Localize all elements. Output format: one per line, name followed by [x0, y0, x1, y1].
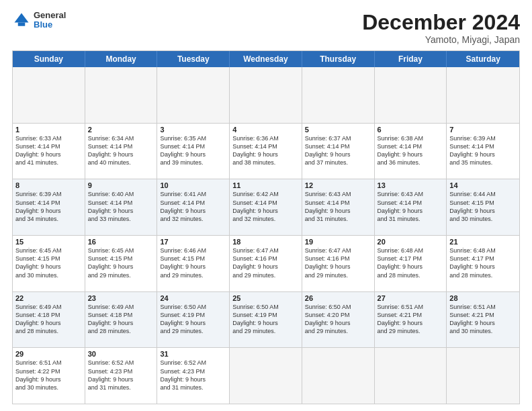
day-number: 29: [15, 350, 82, 358]
calendar-cell: 22Sunrise: 6:49 AMSunset: 4:18 PMDayligh…: [13, 292, 85, 348]
page-header: General Blue December 2024 Yamoto, Miyag…: [12, 11, 520, 45]
calendar-cell: 24Sunrise: 6:50 AMSunset: 4:19 PMDayligh…: [157, 292, 230, 348]
cell-info-line: Sunset: 4:15 PM: [15, 255, 82, 263]
cell-info-line: Daylight: 9 hours: [88, 263, 154, 271]
calendar-body: 1Sunrise: 6:33 AMSunset: 4:14 PMDaylight…: [13, 67, 519, 404]
calendar-cell: [375, 348, 447, 404]
day-number: 22: [15, 294, 82, 302]
cell-info-line: Sunrise: 6:52 AM: [88, 359, 154, 367]
cell-info-line: Sunset: 4:23 PM: [88, 367, 154, 375]
cell-info-line: Sunrise: 6:49 AM: [15, 303, 82, 311]
day-number: 7: [449, 126, 517, 134]
calendar-header: SundayMondayTuesdayWednesdayThursdayFrid…: [13, 51, 519, 67]
svg-marker-0: [15, 13, 29, 23]
cell-info-line: and 29 minutes.: [232, 271, 299, 279]
cell-info-line: Daylight: 9 hours: [15, 263, 82, 271]
cell-info-line: and 40 minutes.: [88, 158, 154, 167]
cell-info-line: Daylight: 9 hours: [449, 150, 517, 158]
calendar-week-0: [13, 67, 519, 124]
calendar-cell: 27Sunrise: 6:51 AMSunset: 4:21 PMDayligh…: [375, 292, 447, 348]
calendar-cell: 8Sunrise: 6:39 AMSunset: 4:14 PMDaylight…: [13, 179, 85, 235]
cell-info-line: and 31 minutes.: [378, 215, 444, 223]
calendar-cell: 25Sunrise: 6:50 AMSunset: 4:19 PMDayligh…: [230, 292, 302, 348]
cell-info-line: Sunrise: 6:35 AM: [160, 134, 226, 142]
day-number: 14: [449, 181, 517, 189]
cell-info-line: Sunset: 4:17 PM: [449, 255, 517, 263]
calendar-cell: 2Sunrise: 6:34 AMSunset: 4:14 PMDaylight…: [85, 124, 158, 179]
calendar-page: General Blue December 2024 Yamoto, Miyag…: [0, 0, 532, 411]
calendar-cell: [13, 67, 85, 123]
cell-info-line: Daylight: 9 hours: [378, 319, 444, 327]
calendar-cell: 18Sunrise: 6:47 AMSunset: 4:16 PMDayligh…: [230, 236, 302, 291]
cell-info-line: Sunrise: 6:48 AM: [378, 246, 444, 255]
calendar: SundayMondayTuesdayWednesdayThursdayFrid…: [12, 50, 520, 404]
cell-info-line: Sunrise: 6:45 AM: [15, 246, 82, 255]
cell-info-line: Sunset: 4:14 PM: [449, 142, 517, 150]
cell-info-line: Daylight: 9 hours: [160, 263, 226, 271]
calendar-cell: 6Sunrise: 6:38 AMSunset: 4:14 PMDaylight…: [375, 124, 447, 179]
cell-info-line: Sunset: 4:14 PM: [305, 199, 371, 207]
cell-info-line: and 38 minutes.: [232, 158, 299, 167]
cell-info-line: Sunrise: 6:50 AM: [160, 303, 226, 311]
cell-info-line: and 31 minutes.: [305, 215, 371, 223]
calendar-week-2: 8Sunrise: 6:39 AMSunset: 4:14 PMDaylight…: [13, 179, 519, 236]
cell-info-line: Daylight: 9 hours: [160, 150, 226, 158]
cell-info-line: Daylight: 9 hours: [305, 263, 371, 271]
calendar-cell: 11Sunrise: 6:42 AMSunset: 4:14 PMDayligh…: [230, 179, 302, 235]
cell-info-line: Daylight: 9 hours: [232, 319, 299, 327]
cell-info-line: and 28 minutes.: [449, 271, 517, 279]
cell-info-line: Daylight: 9 hours: [160, 207, 226, 215]
cell-info-line: Sunset: 4:17 PM: [378, 255, 444, 263]
cell-info-line: Sunrise: 6:34 AM: [88, 134, 154, 142]
calendar-cell: 26Sunrise: 6:50 AMSunset: 4:20 PMDayligh…: [302, 292, 375, 348]
cell-info-line: Sunrise: 6:47 AM: [232, 246, 299, 255]
header-day-thursday: Thursday: [302, 51, 375, 67]
cell-info-line: Sunset: 4:20 PM: [305, 311, 371, 319]
cell-info-line: Sunrise: 6:37 AM: [305, 134, 371, 142]
cell-info-line: Sunrise: 6:45 AM: [88, 246, 154, 255]
calendar-cell: 10Sunrise: 6:41 AMSunset: 4:14 PMDayligh…: [157, 179, 230, 235]
day-number: 26: [305, 294, 371, 302]
cell-info-line: Sunrise: 6:50 AM: [305, 303, 371, 311]
cell-info-line: Daylight: 9 hours: [88, 207, 154, 215]
cell-info-line: and 29 minutes.: [305, 327, 371, 335]
cell-info-line: and 31 minutes.: [88, 383, 154, 392]
calendar-cell: 15Sunrise: 6:45 AMSunset: 4:15 PMDayligh…: [13, 236, 85, 291]
day-number: 10: [160, 181, 226, 189]
calendar-cell: 29Sunrise: 6:51 AMSunset: 4:22 PMDayligh…: [13, 348, 85, 404]
calendar-cell: 1Sunrise: 6:33 AMSunset: 4:14 PMDaylight…: [13, 124, 85, 179]
logo-general: General: [34, 11, 66, 20]
header-day-saturday: Saturday: [447, 51, 519, 67]
calendar-cell: 14Sunrise: 6:44 AMSunset: 4:15 PMDayligh…: [447, 179, 519, 235]
cell-info-line: and 35 minutes.: [449, 158, 517, 167]
day-number: 6: [378, 126, 444, 134]
cell-info-line: and 28 minutes.: [378, 271, 444, 279]
day-number: 19: [305, 238, 371, 246]
cell-info-line: Daylight: 9 hours: [305, 150, 371, 158]
day-number: 1: [15, 126, 82, 134]
cell-info-line: Daylight: 9 hours: [15, 375, 82, 383]
cell-info-line: and 29 minutes.: [160, 271, 226, 279]
day-number: 28: [449, 294, 517, 302]
calendar-cell: 9Sunrise: 6:40 AMSunset: 4:14 PMDaylight…: [85, 179, 158, 235]
cell-info-line: Sunset: 4:16 PM: [305, 255, 371, 263]
cell-info-line: Sunset: 4:21 PM: [378, 311, 444, 319]
day-number: 31: [160, 350, 226, 358]
cell-info-line: Sunrise: 6:48 AM: [449, 246, 517, 255]
day-number: 17: [160, 238, 226, 246]
calendar-cell: 23Sunrise: 6:49 AMSunset: 4:18 PMDayligh…: [85, 292, 158, 348]
cell-info-line: Sunset: 4:14 PM: [378, 142, 444, 150]
calendar-cell: [302, 67, 375, 123]
cell-info-line: Sunset: 4:15 PM: [160, 255, 226, 263]
cell-info-line: Sunrise: 6:42 AM: [232, 190, 299, 198]
cell-info-line: and 36 minutes.: [378, 158, 444, 167]
calendar-cell: 30Sunrise: 6:52 AMSunset: 4:23 PMDayligh…: [85, 348, 158, 404]
cell-info-line: Sunset: 4:18 PM: [15, 311, 82, 319]
day-number: 25: [232, 294, 299, 302]
cell-info-line: Sunset: 4:14 PM: [160, 199, 226, 207]
cell-info-line: Sunset: 4:22 PM: [15, 367, 82, 375]
day-number: 4: [232, 126, 299, 134]
cell-info-line: and 30 minutes.: [15, 383, 82, 392]
cell-info-line: and 29 minutes.: [378, 327, 444, 335]
cell-info-line: Sunset: 4:14 PM: [88, 199, 154, 207]
